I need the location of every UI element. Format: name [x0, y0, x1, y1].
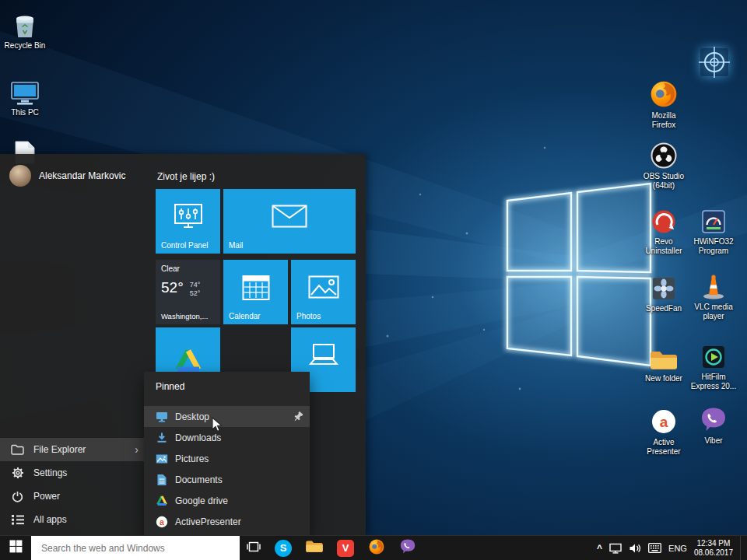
task-view-button[interactable]: [240, 536, 268, 560]
pinned-item-label: Desktop: [175, 411, 209, 422]
tile-calendar[interactable]: Calendar: [223, 260, 288, 324]
desktop-icon-label: VLC media player: [689, 303, 738, 321]
unpin-icon[interactable]: [293, 411, 303, 422]
taskbar-app-viber[interactable]: [392, 536, 423, 560]
show-desktop-button[interactable]: [740, 536, 745, 560]
pinned-item-downloads[interactable]: Downloads: [144, 427, 310, 448]
pinned-item-label: Google drive: [175, 495, 228, 506]
tile-label: Mail: [229, 241, 243, 250]
photos-icon: [308, 275, 339, 299]
tray-volume-icon[interactable]: [629, 543, 641, 554]
pinned-item-activepresenter[interactable]: a ActivePresenter: [144, 511, 310, 532]
desktop-icon-label: Viber: [704, 436, 722, 446]
sidebar-item-label: File Explorer: [33, 444, 86, 455]
jump-list-flyout: Pinned Desktop: [144, 372, 310, 535]
hwinfo32-icon: [700, 204, 727, 235]
pinned-item-label: Documents: [175, 474, 223, 485]
desktop-icon-recycle-bin[interactable]: Recycle Bin: [0, 8, 50, 51]
desktop-icon-label: Revo Uninstaller: [639, 237, 689, 256]
desktop-icon-label: Recycle Bin: [5, 41, 46, 51]
desktop-icon-active-presenter[interactable]: a Active Presenter: [639, 404, 689, 457]
folder-icon: [305, 539, 324, 557]
language-indicator[interactable]: ENG: [668, 544, 687, 553]
active-presenter-icon: a: [156, 516, 168, 528]
tile-photos[interactable]: Photos: [291, 260, 356, 324]
sidebar-item-label: Settings: [33, 467, 67, 478]
desktop-icon-vlc[interactable]: VLC media player: [689, 269, 738, 321]
viber-icon: [399, 538, 416, 558]
weather-condition: Clear: [161, 264, 215, 273]
tray-keyboard-icon[interactable]: [648, 543, 661, 553]
folder-icon: [11, 444, 24, 455]
tray-chevron-up-icon[interactable]: ^: [597, 543, 602, 554]
desktop-icon-scope-target[interactable]: [694, 48, 735, 79]
tile-mail[interactable]: Mail: [223, 189, 356, 254]
start-button[interactable]: [0, 536, 31, 560]
scope-target-icon: [697, 48, 731, 79]
user-account[interactable]: Aleksandar Markovic: [9, 165, 125, 187]
pinned-item-pictures[interactable]: Pictures: [144, 448, 310, 469]
desktop-icon-revo-uninstaller[interactable]: Revo Uninstaller: [639, 204, 689, 256]
laptop-icon: [307, 343, 340, 366]
weather-low: 52°: [190, 289, 201, 298]
taskbar-app-skype[interactable]: S: [268, 536, 299, 560]
calendar-icon: [242, 273, 270, 301]
desktop-icon-label: New folder: [645, 374, 682, 383]
weather-high: 74°: [190, 281, 201, 289]
sidebar-item-all-apps[interactable]: All apps: [0, 508, 148, 531]
mail-icon: [272, 205, 307, 228]
pinned-item-desktop[interactable]: Desktop: [144, 406, 310, 427]
all-apps-icon: [11, 514, 24, 525]
red-v-app-icon: V: [337, 540, 354, 557]
desktop-icon-obs-studio[interactable]: OBS Studio (64bit): [639, 138, 689, 191]
search-input[interactable]: [31, 543, 240, 554]
power-icon: [11, 491, 24, 502]
taskbar-app-red-v[interactable]: V: [330, 536, 361, 560]
weather-location: Washington,...: [161, 312, 208, 320]
desktop-icon-new-folder[interactable]: New folder: [639, 341, 689, 383]
sidebar-item-label: Power: [33, 491, 60, 502]
svg-text:a: a: [660, 414, 668, 430]
viber-icon: [700, 403, 728, 434]
sidebar-item-power[interactable]: Power: [0, 485, 148, 508]
pinned-item-google-drive[interactable]: Google drive: [144, 490, 310, 511]
avatar: [9, 165, 31, 187]
desktop-icon-this-pc[interactable]: This PC: [0, 75, 50, 117]
taskbar-app-file-explorer[interactable]: [299, 536, 330, 560]
revo-uninstaller-icon: [651, 204, 677, 235]
taskbar-search[interactable]: [31, 536, 240, 560]
vlc-icon: [700, 269, 727, 300]
desktop-icon-label: HitFilm Express 20...: [689, 373, 738, 391]
desktop-icon-viber[interactable]: Viber: [689, 403, 738, 446]
tray-network-icon[interactable]: [609, 543, 622, 554]
desktop-icon-label: This PC: [11, 108, 39, 117]
pinned-item-documents[interactable]: Documents: [144, 469, 310, 490]
speedfan-icon: [651, 271, 677, 302]
user-name: Aleksandar Markovic: [39, 170, 125, 181]
mouse-cursor: [210, 417, 224, 432]
desktop-icon-firefox[interactable]: Mozilla Firefox: [639, 78, 689, 130]
desktop-monitor-icon: [156, 411, 168, 422]
control-panel-icon: [174, 203, 203, 229]
desktop-icon-label: Mozilla Firefox: [639, 111, 689, 130]
sidebar-item-file-explorer[interactable]: File Explorer ›: [0, 438, 148, 461]
google-drive-icon: [174, 347, 203, 373]
weather-temp: 52°: [161, 279, 184, 296]
tile-weather[interactable]: Clear 52° 74° 52° Washington,...: [156, 260, 220, 324]
active-presenter-icon: a: [650, 404, 678, 436]
taskbar-clock[interactable]: 12:34 PM 08.06.2017: [694, 539, 733, 557]
taskbar-app-firefox[interactable]: [361, 536, 392, 560]
tile-control-panel[interactable]: Control Panel: [156, 189, 220, 254]
obs-studio-icon: [650, 138, 678, 170]
pinned-item-label: Downloads: [175, 432, 221, 443]
documents-icon: [156, 474, 168, 486]
jump-list-title: Pinned: [144, 372, 310, 406]
pictures-icon: [156, 453, 168, 464]
desktop-icon-speedfan[interactable]: SpeedFan: [639, 271, 689, 313]
desktop-icon-hwinfo32[interactable]: HWiNFO32 Program: [689, 204, 738, 256]
desktop-icon-hitfilm[interactable]: HitFilm Express 20...: [689, 339, 738, 391]
sidebar-item-settings[interactable]: Settings: [0, 461, 148, 485]
gear-icon: [11, 467, 24, 479]
pinned-item-label: Pictures: [175, 453, 209, 464]
firefox-icon: [368, 538, 385, 558]
